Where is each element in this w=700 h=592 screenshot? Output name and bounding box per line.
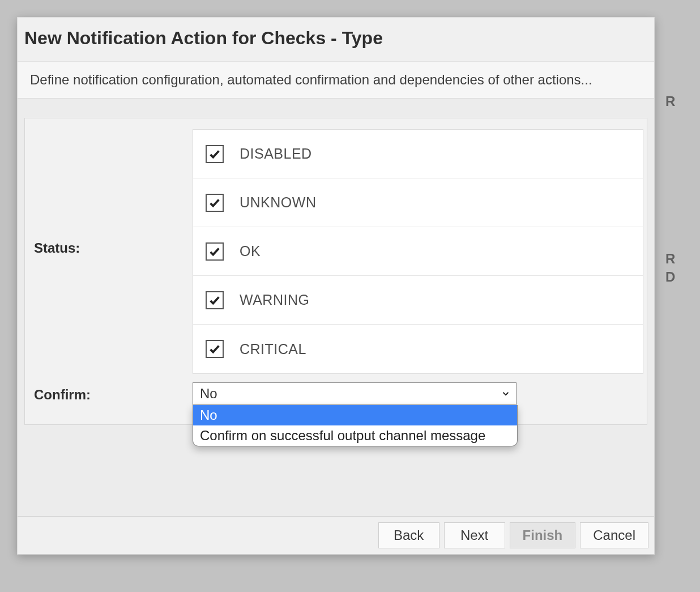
status-item-label: WARNING bbox=[240, 292, 309, 308]
check-icon bbox=[208, 197, 221, 209]
check-icon bbox=[208, 294, 221, 306]
dialog-title: New Notification Action for Checks - Typ… bbox=[18, 18, 654, 62]
confirm-option-confirm-on-success[interactable]: Confirm on successful output channel mes… bbox=[193, 425, 517, 446]
back-button[interactable]: Back bbox=[378, 522, 439, 548]
status-item-critical[interactable]: CRITICAL bbox=[193, 325, 643, 373]
confirm-label: Confirm: bbox=[25, 382, 193, 407]
checkbox[interactable] bbox=[206, 291, 224, 309]
status-list: DISABLED UNKNOWN bbox=[193, 129, 643, 374]
status-item-label: OK bbox=[240, 243, 261, 259]
status-label: Status: bbox=[25, 119, 193, 377]
checkbox[interactable] bbox=[206, 340, 224, 358]
status-item-label: UNKNOWN bbox=[240, 194, 316, 211]
check-icon bbox=[208, 245, 221, 258]
confirm-select-value[interactable]: No bbox=[193, 382, 517, 405]
confirm-select-dropdown: No Confirm on successful output channel … bbox=[193, 405, 518, 446]
app-backdrop: R R D New Notification Action for Checks… bbox=[0, 0, 700, 592]
status-item-label: CRITICAL bbox=[240, 341, 306, 357]
status-item-label: DISABLED bbox=[240, 146, 312, 162]
wizard-button-bar: Back Next Finish Cancel bbox=[18, 516, 654, 554]
confirm-option-no[interactable]: No bbox=[193, 405, 517, 425]
status-row: Status: DISABLED bbox=[25, 118, 647, 378]
cancel-button[interactable]: Cancel bbox=[580, 522, 648, 548]
confirm-select-text: No bbox=[200, 386, 217, 402]
finish-button[interactable]: Finish bbox=[510, 522, 576, 548]
background-text: D bbox=[665, 269, 675, 285]
dialog-body: Status: DISABLED bbox=[18, 99, 654, 516]
checkbox[interactable] bbox=[206, 194, 224, 212]
status-item-warning[interactable]: WARNING bbox=[193, 276, 643, 325]
confirm-field: No No Confirm on successful output chann… bbox=[193, 382, 647, 405]
status-item-unknown[interactable]: UNKNOWN bbox=[193, 178, 643, 227]
check-icon bbox=[208, 148, 221, 160]
next-button[interactable]: Next bbox=[444, 522, 505, 548]
dialog-subtitle: Define notification configuration, autom… bbox=[18, 62, 654, 99]
config-fieldset: Status: DISABLED bbox=[24, 118, 647, 425]
status-item-ok[interactable]: OK bbox=[193, 227, 643, 276]
status-field: DISABLED UNKNOWN bbox=[193, 119, 647, 378]
check-icon bbox=[208, 343, 221, 355]
background-text: R bbox=[665, 93, 675, 109]
background-text: R bbox=[665, 251, 675, 267]
status-item-disabled[interactable]: DISABLED bbox=[193, 130, 643, 178]
wizard-dialog: New Notification Action for Checks - Typ… bbox=[17, 17, 655, 555]
checkbox[interactable] bbox=[206, 242, 224, 261]
confirm-select[interactable]: No No Confirm on successful output chann… bbox=[193, 382, 517, 405]
checkbox[interactable] bbox=[206, 145, 224, 163]
confirm-row: Confirm: No No Confirm on successful bbox=[25, 382, 647, 407]
